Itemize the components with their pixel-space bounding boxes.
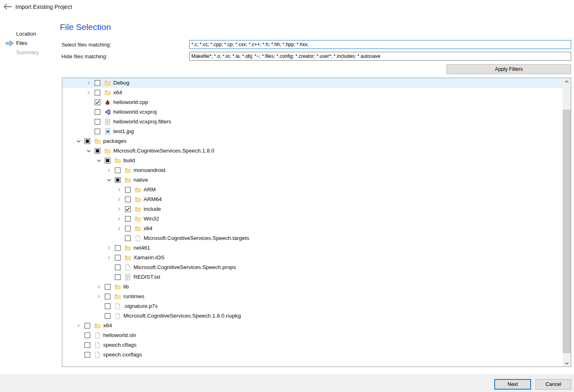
tree-row[interactable]: ARM bbox=[62, 185, 563, 195]
expander-spacer bbox=[116, 235, 122, 242]
back-button[interactable] bbox=[3, 3, 13, 11]
tree-row[interactable]: ARM64 bbox=[62, 195, 563, 204]
row-checkbox-unchecked[interactable] bbox=[125, 187, 131, 193]
row-checkbox-unchecked[interactable] bbox=[105, 313, 110, 319]
row-checkbox-partial[interactable] bbox=[85, 138, 90, 144]
folder-icon bbox=[114, 157, 121, 164]
tree-row[interactable]: helloworld.vcxproj bbox=[62, 107, 563, 117]
row-label: Microsoft.CognitiveServices.Speech.props bbox=[133, 263, 236, 272]
row-checkbox-unchecked[interactable] bbox=[115, 265, 121, 270]
tree-row[interactable]: speech.cflags bbox=[62, 340, 563, 350]
chevron-down-icon[interactable] bbox=[85, 148, 92, 154]
tree-row[interactable]: helloworld.cpp bbox=[62, 97, 563, 107]
tree-row[interactable]: include bbox=[62, 204, 563, 214]
chevron-right-icon[interactable] bbox=[106, 245, 112, 251]
select-files-input[interactable] bbox=[189, 40, 571, 49]
hide-files-input[interactable] bbox=[189, 52, 571, 61]
tree-row[interactable]: Win32 bbox=[62, 214, 563, 224]
row-checkbox-unchecked[interactable] bbox=[95, 90, 100, 95]
row-checkbox-unchecked[interactable] bbox=[115, 255, 121, 261]
chevron-right-icon[interactable] bbox=[116, 206, 122, 212]
scrollbar-thumb[interactable] bbox=[563, 110, 571, 353]
chevron-down-icon[interactable] bbox=[95, 157, 102, 164]
row-checkbox-unchecked[interactable] bbox=[115, 274, 121, 280]
row-checkbox-unchecked[interactable] bbox=[105, 284, 110, 290]
tree-row[interactable]: Debug bbox=[62, 78, 563, 88]
apply-filters-button[interactable]: Apply Filters bbox=[447, 64, 571, 74]
tree-row[interactable]: net461 bbox=[62, 243, 563, 253]
row-checkbox-partial[interactable] bbox=[95, 148, 100, 154]
row-label: include bbox=[143, 204, 161, 214]
tree-row[interactable]: helloworld.vcxproj.filters bbox=[62, 117, 563, 127]
tree-row[interactable]: x64 bbox=[62, 88, 563, 97]
chevron-right-icon[interactable] bbox=[116, 225, 122, 232]
tree-row[interactable]: x64 bbox=[62, 224, 563, 233]
tree-row[interactable]: speech.cxxflags bbox=[62, 350, 563, 360]
tree-row[interactable]: Microsoft.CognitiveServices.Speech.1.8.0… bbox=[62, 311, 563, 321]
chevron-right-icon[interactable] bbox=[95, 293, 102, 300]
tree-row[interactable]: native bbox=[62, 175, 563, 185]
tree-row[interactable]: helloworld.sln bbox=[62, 331, 563, 340]
folder-icon bbox=[125, 167, 131, 174]
row-checkbox-unchecked[interactable] bbox=[95, 119, 100, 125]
file-icon bbox=[94, 352, 101, 358]
row-checkbox-partial[interactable] bbox=[115, 177, 121, 183]
tree-row[interactable]: Microsoft.CognitiveServices.Speech.1.8.0 bbox=[62, 146, 563, 156]
chevron-down-icon[interactable] bbox=[75, 138, 82, 144]
tree-row[interactable]: build bbox=[62, 156, 563, 165]
tree-row[interactable]: Xamarin.iOS bbox=[62, 253, 563, 263]
row-checkbox-unchecked[interactable] bbox=[115, 245, 121, 251]
row-checkbox-checked[interactable] bbox=[125, 206, 131, 212]
row-checkbox-unchecked[interactable] bbox=[95, 80, 100, 86]
tree-row[interactable]: .signature.p7s bbox=[62, 301, 563, 311]
tree-row[interactable]: test1.jpg bbox=[62, 127, 563, 136]
cancel-button[interactable]: Cancel bbox=[536, 379, 571, 390]
row-label: helloworld.cpp bbox=[112, 97, 148, 107]
row-checkbox-unchecked[interactable] bbox=[85, 333, 90, 338]
scroll-down-button[interactable] bbox=[563, 360, 571, 367]
section-heading: File Selection bbox=[60, 22, 111, 32]
row-checkbox-checked[interactable] bbox=[95, 100, 100, 105]
row-checkbox-unchecked[interactable] bbox=[85, 323, 90, 328]
row-checkbox-partial[interactable] bbox=[105, 158, 110, 163]
chevron-down-icon[interactable] bbox=[106, 177, 112, 183]
row-checkbox-unchecked[interactable] bbox=[85, 342, 90, 348]
row-label: x64 bbox=[112, 88, 122, 97]
chevron-right-icon[interactable] bbox=[106, 167, 112, 174]
tree-row[interactable]: runtimes bbox=[62, 292, 563, 301]
chevron-right-icon[interactable] bbox=[95, 284, 102, 290]
folder-icon bbox=[135, 225, 141, 232]
row-checkbox-unchecked[interactable] bbox=[125, 216, 131, 222]
tree-row[interactable]: Microsoft.CognitiveServices.Speech.targe… bbox=[62, 233, 563, 243]
row-checkbox-unchecked[interactable] bbox=[95, 129, 100, 134]
tree-row[interactable]: Microsoft.CognitiveServices.Speech.props bbox=[62, 263, 563, 272]
row-checkbox-unchecked[interactable] bbox=[95, 109, 100, 115]
tree-row[interactable]: monoandroid bbox=[62, 165, 563, 175]
chevron-right-icon[interactable] bbox=[116, 186, 122, 193]
expander-spacer bbox=[85, 109, 92, 115]
tree-row[interactable]: packages bbox=[62, 136, 563, 146]
row-checkbox-unchecked[interactable] bbox=[125, 197, 131, 202]
chevron-right-icon[interactable] bbox=[85, 80, 92, 86]
next-button[interactable]: Next bbox=[494, 379, 531, 390]
tree-row[interactable]: REDIST.txt bbox=[62, 272, 563, 282]
row-checkbox-unchecked[interactable] bbox=[105, 294, 110, 299]
tree-row[interactable]: lib bbox=[62, 282, 563, 292]
chevron-right-icon[interactable] bbox=[116, 196, 122, 203]
chevron-right-icon[interactable] bbox=[116, 216, 122, 222]
row-checkbox-unchecked[interactable] bbox=[105, 303, 110, 309]
wizard-step-location[interactable]: Location bbox=[16, 31, 36, 37]
row-checkbox-unchecked[interactable] bbox=[115, 167, 121, 173]
vertical-scrollbar[interactable] bbox=[563, 78, 571, 367]
chevron-right-icon[interactable] bbox=[106, 254, 112, 261]
chevron-right-icon[interactable] bbox=[75, 322, 82, 329]
row-checkbox-unchecked[interactable] bbox=[125, 235, 131, 241]
scroll-up-button[interactable] bbox=[563, 78, 571, 85]
chevron-right-icon[interactable] bbox=[85, 89, 92, 96]
row-checkbox-unchecked[interactable] bbox=[125, 226, 131, 231]
row-checkbox-unchecked[interactable] bbox=[85, 352, 90, 358]
text-document-icon bbox=[125, 274, 131, 280]
folder-icon bbox=[125, 177, 131, 183]
tree-row[interactable]: x64 bbox=[62, 321, 563, 331]
wizard-step-files[interactable]: Files bbox=[16, 40, 27, 46]
